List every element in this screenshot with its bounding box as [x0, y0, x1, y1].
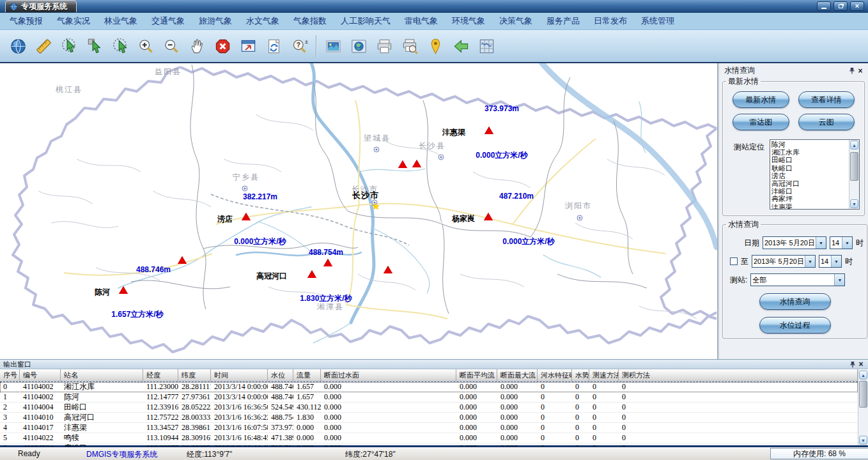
menu-item-11[interactable]: 服务产品: [539, 13, 587, 29]
scroll-down-icon[interactable]: ▼: [850, 199, 858, 208]
station-combo[interactable]: 全部 ▼: [750, 273, 845, 286]
menu-item-0[interactable]: 气象预报: [3, 13, 50, 29]
stop-button[interactable]: [212, 34, 233, 57]
scroll-down-icon[interactable]: ▼: [859, 436, 867, 445]
pin-icon[interactable]: [848, 360, 856, 369]
world-window-button[interactable]: [348, 34, 369, 57]
column-header-8[interactable]: 断面过水面: [321, 369, 456, 381]
scroll-up-icon[interactable]: ▲: [859, 371, 867, 379]
date-from-combo[interactable]: 2013年 5月20日 ▼: [763, 236, 826, 249]
select-features-button[interactable]: [58, 34, 80, 57]
app-tab[interactable]: 专项服务系统: [5, 0, 77, 12]
column-header-7[interactable]: 流量: [293, 369, 321, 381]
table-row[interactable]: 241104004田峪口112.33916728.0522222013/1/6 …: [0, 402, 858, 413]
station-list-item[interactable]: 湘江水库: [771, 148, 848, 156]
cloud-image-button[interactable]: 云图: [798, 114, 855, 130]
view-details-button[interactable]: 查看详情: [798, 91, 855, 108]
hour-from-combo[interactable]: 14 ▼: [830, 236, 853, 249]
station-list-item[interactable]: 涝店: [771, 172, 848, 180]
station-list-item[interactable]: 陈河: [771, 141, 848, 148]
scroll-up-icon[interactable]: ▲: [850, 141, 858, 150]
identify-button[interactable]: ?±: [288, 34, 310, 57]
station-marker-icon[interactable]: [484, 126, 493, 134]
table-row[interactable]: 141104002陈河112.14777827.9736112013/3/14 …: [0, 392, 858, 402]
panel-close-icon[interactable]: ×: [856, 66, 865, 75]
table-row[interactable]: 541104022鸣犊113.10944428.3091672013/1/6 1…: [0, 433, 858, 443]
menu-item-4[interactable]: 旅游气象: [192, 13, 239, 29]
locate-button[interactable]: [424, 34, 446, 57]
select-arrow-button[interactable]: [84, 34, 105, 57]
station-list-item[interactable]: 沣峪口: [771, 187, 848, 195]
table-row[interactable]: 341104010高冠河口112.75722228.0033332013/1/6…: [0, 413, 858, 423]
map-canvas[interactable]: 益阳县桃江县望城县长沙县宁乡县长沙市浏阳市湘潭县沣惠渠杨家崀涝店高冠河口陈河长沙…: [0, 63, 717, 359]
column-header-6[interactable]: 水位: [268, 369, 293, 381]
measure-button[interactable]: [33, 34, 54, 57]
column-header-1[interactable]: 编号: [20, 369, 61, 381]
chevron-down-icon[interactable]: ▼: [805, 256, 815, 267]
menu-item-13[interactable]: 系统管理: [634, 13, 681, 29]
menu-item-9[interactable]: 环境气象: [445, 13, 492, 29]
chevron-down-icon[interactable]: ▼: [831, 256, 841, 267]
globe-button[interactable]: [7, 34, 29, 57]
menu-item-3[interactable]: 交通气象: [144, 13, 192, 29]
table-row[interactable]: 441104017沣惠渠113.34527828.3986112013/1/6 …: [0, 423, 858, 433]
menu-item-1[interactable]: 气象实况: [50, 13, 97, 29]
station-list-item[interactable]: 沣惠渠: [771, 203, 848, 210]
table-row[interactable]: 641104024库峪口112.28277828.2928532013/1/6 …: [0, 443, 858, 447]
chevron-down-icon[interactable]: ▼: [842, 237, 852, 249]
latest-water-button[interactable]: 最新水情: [732, 91, 789, 108]
print-preview-button[interactable]: [399, 34, 421, 57]
station-list-scrollbar[interactable]: ▲ ▼: [849, 140, 859, 209]
menu-item-7[interactable]: 人工影响天气: [334, 13, 398, 29]
menu-item-8[interactable]: 雷电气象: [398, 13, 445, 29]
water-query-button[interactable]: 水情查询: [759, 293, 831, 310]
table-scrollbar[interactable]: ▲ ▼: [858, 370, 868, 445]
menu-item-2[interactable]: 林业气象: [97, 13, 144, 29]
station-listbox[interactable]: 陈河湘江水库田峪口耿峪口涝店高冠河口沣峪口冉家坪沣惠渠 ▲ ▼: [770, 139, 860, 210]
station-list-item[interactable]: 田峪口: [771, 156, 848, 164]
column-header-13[interactable]: 测速方法: [589, 369, 619, 381]
pin-icon[interactable]: [847, 66, 856, 75]
column-header-2[interactable]: 站名: [61, 369, 143, 381]
station-marker-icon[interactable]: [119, 286, 128, 294]
column-header-12[interactable]: 水势: [572, 369, 589, 381]
column-header-11[interactable]: 河水特征码: [538, 369, 572, 381]
refresh-button[interactable]: [263, 34, 284, 57]
menu-item-6[interactable]: 气象指数: [286, 13, 334, 29]
date-to-combo[interactable]: 2013年 5月20日 ▼: [752, 255, 816, 268]
column-header-5[interactable]: 时间: [211, 369, 268, 381]
pan-button[interactable]: [186, 34, 208, 57]
zoom-in-button[interactable]: [135, 34, 157, 57]
column-header-0[interactable]: 序号: [0, 369, 20, 381]
station-list-item[interactable]: 冉家坪: [771, 195, 848, 203]
column-header-3[interactable]: 经度: [143, 369, 178, 381]
menu-item-12[interactable]: 日常发布: [587, 13, 634, 29]
station-list-item[interactable]: 高冠河口: [771, 180, 848, 187]
scroll-thumb[interactable]: [850, 152, 858, 181]
chevron-down-icon[interactable]: ▼: [816, 237, 826, 249]
image-button[interactable]: [322, 34, 344, 57]
station-marker-icon[interactable]: [307, 270, 316, 278]
station-marker-icon[interactable]: [398, 160, 407, 168]
table-row[interactable]: 041104002湘江水库111.23000028.2811112013/3/1…: [0, 382, 858, 392]
column-header-9[interactable]: 断面平均流: [456, 369, 497, 381]
station-marker-icon[interactable]: [412, 160, 421, 167]
column-header-14[interactable]: 测积方法: [619, 369, 858, 381]
close-button[interactable]: ×: [850, 1, 864, 11]
back-button[interactable]: [450, 34, 472, 57]
menu-item-5[interactable]: 水文气象: [239, 13, 286, 29]
print-button[interactable]: [373, 34, 395, 57]
station-marker-icon[interactable]: [484, 213, 493, 220]
minimize-button[interactable]: [817, 1, 831, 11]
restore-button[interactable]: [833, 1, 848, 11]
overview-button[interactable]: [476, 34, 497, 57]
station-list-item[interactable]: 耿峪口: [771, 164, 848, 172]
station-marker-icon[interactable]: [323, 259, 332, 266]
to-checkbox[interactable]: [730, 257, 738, 265]
radar-chart-button[interactable]: 雷达图: [732, 114, 789, 130]
select-zoom-button[interactable]: [109, 34, 131, 57]
column-header-4[interactable]: 纬度: [178, 369, 211, 381]
column-header-10[interactable]: 断面最大流: [497, 369, 538, 381]
zoom-out-button[interactable]: [160, 34, 182, 57]
menu-item-10[interactable]: 决策气象: [492, 13, 539, 29]
